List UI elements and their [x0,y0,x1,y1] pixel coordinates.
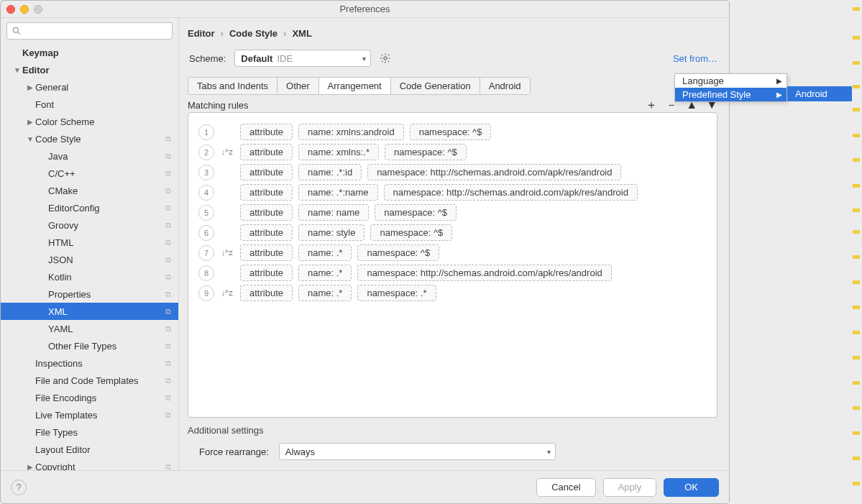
sidebar-item-layout-editor[interactable]: Layout Editor [1,441,178,458]
sidebar-item-other-file-types[interactable]: Other File Types⧉ [1,337,178,354]
attribute-chip[interactable]: attribute [240,265,293,281]
sidebar-item-properties[interactable]: Properties⧉ [1,285,178,303]
name-chip[interactable]: name: xmlns:android [298,124,404,140]
rule-row[interactable]: 3attributename: .*:idnamespace: http://s… [198,164,707,180]
force-rearrange-value: Always [285,446,315,457]
scope-indicator-icon: ⧉ [165,290,171,299]
attribute-chip[interactable]: attribute [240,204,293,221]
tab-tabs-and-indents[interactable]: Tabs and Indents [188,78,278,94]
sidebar-item-label: Kotlin [48,272,72,283]
name-chip[interactable]: name: .* [298,265,352,281]
tab-android[interactable]: Android [480,78,530,94]
sidebar-item-keymap[interactable]: Keymap [1,44,178,61]
sidebar-item-json[interactable]: JSON⧉ [1,251,178,268]
titlebar: Preferences [1,1,729,18]
sidebar-item-general[interactable]: ▶General [1,78,178,96]
namespace-chip[interactable]: namespace: ^$ [385,144,467,160]
name-chip[interactable]: name: style [298,224,364,241]
attribute-chip[interactable]: attribute [240,164,293,180]
sidebar-item-c-c-[interactable]: C/C++⧉ [1,165,178,182]
sidebar-item-inspections[interactable]: Inspections⧉ [1,354,178,372]
disclosure-arrow-icon: ▼ [27,135,34,143]
sidebar-item-label: Java [48,151,68,162]
help-button[interactable]: ? [11,480,27,495]
preferences-window: Preferences Keymap▼Editor▶GeneralFont▶Co… [0,0,730,504]
force-rearrange-select[interactable]: Always ▾ [279,443,556,460]
gutter-mark [853,108,860,111]
ok-button[interactable]: OK [664,478,719,497]
rule-number: 9 [198,285,214,301]
sidebar-item-color-scheme[interactable]: ▶Color Scheme [1,113,178,130]
set-from-link[interactable]: Set from… [673,53,717,64]
submenu-item-android[interactable]: Android [788,87,851,101]
sidebar-item-file-encodings[interactable]: File Encodings⧉ [1,389,178,406]
attribute-chip[interactable]: attribute [240,124,293,140]
sidebar-item-editor[interactable]: ▼Editor [1,61,178,78]
sidebar-item-yaml[interactable]: YAML⧉ [1,320,178,337]
rule-row[interactable]: 2↓ᴬᴢattributename: xmlns:.*namespace: ^$ [198,144,707,160]
content-pane: Editor › Code Style › XML Scheme: Defaul… [179,18,729,470]
rule-row[interactable]: 6attributename: stylenamespace: ^$ [198,224,707,241]
sidebar-item-code-style[interactable]: ▼Code Style⧉ [1,130,178,147]
rule-row[interactable]: 7↓ᴬᴢattributename: .*namespace: ^$ [198,244,707,261]
sidebar-item-live-templates[interactable]: Live Templates⧉ [1,406,178,423]
sidebar-item-java[interactable]: Java⧉ [1,147,178,165]
rule-row[interactable]: 4attributename: .*:namenamespace: http:/… [198,184,707,201]
sidebar-item-html[interactable]: HTML⧉ [1,234,178,251]
tab-code-generation[interactable]: Code Generation [391,78,480,94]
sort-slot: ↓ᴬᴢ [220,147,234,157]
rule-row[interactable]: 5attributename: namenamespace: ^$ [198,204,707,221]
namespace-chip[interactable]: namespace: ^$ [410,124,492,140]
namespace-chip[interactable]: namespace: ^$ [375,204,457,221]
apply-button[interactable]: Apply [603,478,657,497]
force-rearrange-label: Force rearrange: [199,446,269,457]
sidebar-item-file-types[interactable]: File Types [1,423,178,441]
attribute-chip[interactable]: attribute [240,184,293,201]
name-chip[interactable]: name: .*:id [298,164,362,180]
rule-row[interactable]: 9↓ᴬᴢattributename: .*namespace: .* [198,285,707,301]
scheme-select[interactable]: Default IDE ▾ [234,50,371,67]
namespace-chip[interactable]: namespace: .* [357,285,436,301]
scope-indicator-icon: ⧉ [165,152,171,161]
search-input[interactable] [24,26,168,36]
name-chip[interactable]: name: .*:name [298,184,378,201]
sidebar-item-label: Groovy [48,220,78,231]
attribute-chip[interactable]: attribute [240,224,293,241]
name-chip[interactable]: name: xmlns:.* [298,144,379,160]
name-chip[interactable]: name: name [298,204,369,221]
tab-other[interactable]: Other [278,78,319,94]
chevron-right-icon: › [221,28,224,39]
sidebar-item-file-and-code-templates[interactable]: File and Code Templates⧉ [1,372,178,389]
sidebar-item-cmake[interactable]: CMake⧉ [1,182,178,199]
attribute-chip[interactable]: attribute [240,244,293,261]
namespace-chip[interactable]: namespace: ^$ [357,244,439,261]
attribute-chip[interactable]: attribute [240,144,293,160]
set-from-menu: Language▶Predefined Style▶ [674,73,787,102]
add-rule-button[interactable]: ＋ [646,99,657,111]
menu-item-predefined-style[interactable]: Predefined Style▶ [675,88,787,101]
zoom-window-button[interactable] [34,5,42,14]
sidebar-item-xml[interactable]: XML⧉ [1,303,178,320]
close-window-button[interactable] [6,5,15,14]
rule-row[interactable]: 1attributename: xmlns:androidnamespace: … [198,124,707,140]
search-field[interactable] [6,22,173,40]
namespace-chip[interactable]: namespace: http://schemas.android.com/ap… [384,184,638,201]
attribute-chip[interactable]: attribute [240,285,293,301]
namespace-chip[interactable]: namespace: http://schemas.android.com/ap… [367,164,621,180]
sidebar-item-groovy[interactable]: Groovy⧉ [1,216,178,234]
name-chip[interactable]: name: .* [298,285,352,301]
name-chip[interactable]: name: .* [298,244,352,261]
sidebar-item-editorconfig[interactable]: EditorConfig⧉ [1,199,178,216]
namespace-chip[interactable]: namespace: ^$ [370,224,452,241]
sidebar-item-font[interactable]: Font [1,96,178,113]
tab-arrangement[interactable]: Arrangement [319,78,391,94]
cancel-button[interactable]: Cancel [536,478,595,497]
gear-icon[interactable] [380,52,391,64]
gutter-mark [853,381,860,385]
rule-row[interactable]: 8attributename: .*namespace: http://sche… [198,265,707,281]
sidebar-item-kotlin[interactable]: Kotlin⧉ [1,268,178,285]
sidebar-item-copyright[interactable]: ▶Copyright⧉ [1,458,178,470]
namespace-chip[interactable]: namespace: http://schemas.android.com/ap… [357,265,611,281]
minimize-window-button[interactable] [20,5,29,14]
menu-item-language[interactable]: Language▶ [675,74,787,88]
